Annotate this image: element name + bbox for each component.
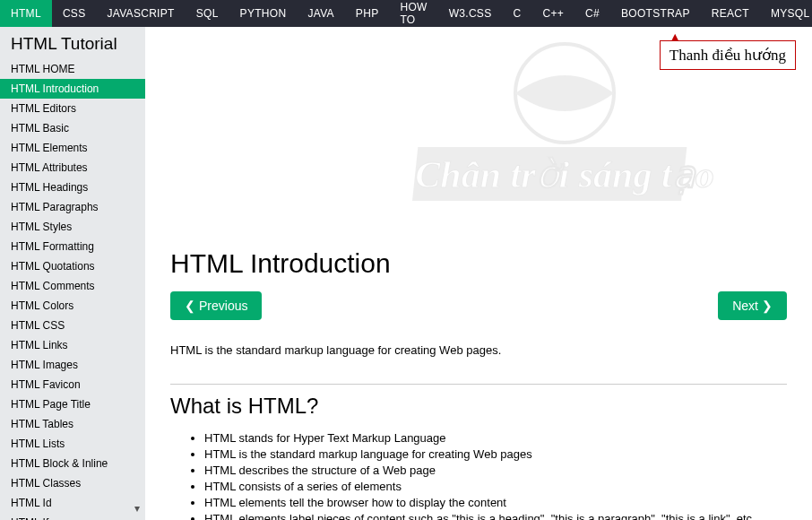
sidebar-title: HTML Tutorial [0, 27, 145, 59]
previous-label: Previous [199, 299, 247, 313]
sidebar-item[interactable]: HTML CSS [0, 316, 145, 335]
topnav-item-css[interactable]: CSS [52, 0, 97, 27]
sidebar-item[interactable]: HTML Editors [0, 99, 145, 118]
topnav-item-react[interactable]: REACT [701, 0, 760, 27]
bullet-list: HTML stands for Hyper Text Markup Langua… [170, 431, 787, 520]
sidebar: HTML Tutorial HTML HOMEHTML Introduction… [0, 27, 145, 520]
sidebar-item[interactable]: HTML Attributes [0, 158, 145, 178]
topnav-item-c[interactable]: C [502, 0, 531, 27]
sidebar-item[interactable]: HTML Links [0, 335, 145, 355]
section-heading: What is HTML? [170, 394, 787, 419]
list-item: HTML consists of a series of elements [204, 480, 787, 493]
topnav-item-javascript[interactable]: JAVASCRIPT [96, 0, 185, 27]
sidebar-item[interactable]: HTML Page Title [0, 394, 145, 414]
next-label: Next [732, 299, 758, 313]
topnav-item-python[interactable]: PYTHON [229, 0, 298, 27]
list-item: HTML is the standard markup language for… [204, 447, 787, 461]
sidebar-item[interactable]: HTML Basic [0, 118, 145, 138]
sidebar-item[interactable]: HTML HOME [0, 59, 145, 79]
svg-point-0 [515, 44, 614, 143]
sidebar-item[interactable]: HTML Classes [0, 473, 145, 493]
sidebar-item[interactable]: HTML Images [0, 355, 145, 375]
topnav-item-c[interactable]: C++ [531, 0, 574, 27]
list-item: HTML stands for Hyper Text Markup Langua… [204, 431, 787, 445]
list-item: HTML elements label pieces of content su… [204, 512, 787, 520]
sidebar-item[interactable]: HTML Lists [0, 434, 145, 454]
sidebar-item[interactable]: HTML Paragraphs [0, 197, 145, 217]
sidebar-item[interactable]: HTML Quotations [0, 256, 145, 276]
sidebar-item[interactable]: HTML Styles [0, 217, 145, 237]
topnav-item-php[interactable]: PHP [345, 0, 390, 27]
topnav-item-java[interactable]: JAVA [297, 0, 344, 27]
svg-rect-1 [412, 147, 687, 201]
topnav-item-bootstrap[interactable]: BOOTSTRAP [610, 0, 701, 27]
sidebar-item[interactable]: HTML Introduction [0, 79, 145, 99]
top-nav: HTMLCSSJAVASCRIPTSQLPYTHONJAVAPHPHOW TOW… [0, 0, 812, 27]
sidebar-item[interactable]: HTML Headings [0, 178, 145, 197]
page-title: HTML Introduction [170, 248, 787, 279]
svg-text:Chân trời sáng tạo: Chân trời sáng tạo [415, 154, 713, 195]
topnav-item-c[interactable]: C# [574, 0, 610, 27]
previous-button[interactable]: ❮ Previous [170, 291, 262, 320]
list-item: HTML describes the structure of a Web pa… [204, 464, 787, 477]
topnav-item-sql[interactable]: SQL [186, 0, 229, 27]
topnav-item-howto[interactable]: HOW TO [389, 0, 437, 27]
next-button[interactable]: Next ❯ [718, 291, 787, 320]
sidebar-item[interactable]: HTML Formatting [0, 237, 145, 256]
sidebar-item[interactable]: HTML Comments [0, 276, 145, 296]
sidebar-item[interactable]: HTML Elements [0, 138, 145, 158]
topnav-item-w3css[interactable]: W3.CSS [438, 0, 503, 27]
sidebar-item[interactable]: HTML Tables [0, 414, 145, 434]
sidebar-item[interactable]: HTML Iframes [0, 513, 145, 520]
topnav-item-mysql[interactable]: MYSQL [760, 0, 812, 27]
intro-text: HTML is the standard markup language for… [170, 343, 787, 357]
chevron-left-icon: ❮ [185, 299, 195, 313]
callout-label: Thanh điều hướng [660, 40, 796, 70]
sidebar-item[interactable]: HTML Id [0, 493, 145, 513]
sidebar-item[interactable]: HTML Block & Inline [0, 454, 145, 473]
sidebar-item[interactable]: HTML Favicon [0, 375, 145, 394]
chevron-down-icon[interactable]: ▾ [134, 502, 140, 515]
chevron-right-icon: ❯ [762, 299, 773, 313]
sidebar-item[interactable]: HTML Colors [0, 296, 145, 316]
list-item: HTML elements tell the browser how to di… [204, 496, 787, 509]
topnav-item-html[interactable]: HTML [0, 0, 52, 27]
main-content: Chân trời sáng tạo HTML Introduction ❮ P… [145, 27, 812, 520]
